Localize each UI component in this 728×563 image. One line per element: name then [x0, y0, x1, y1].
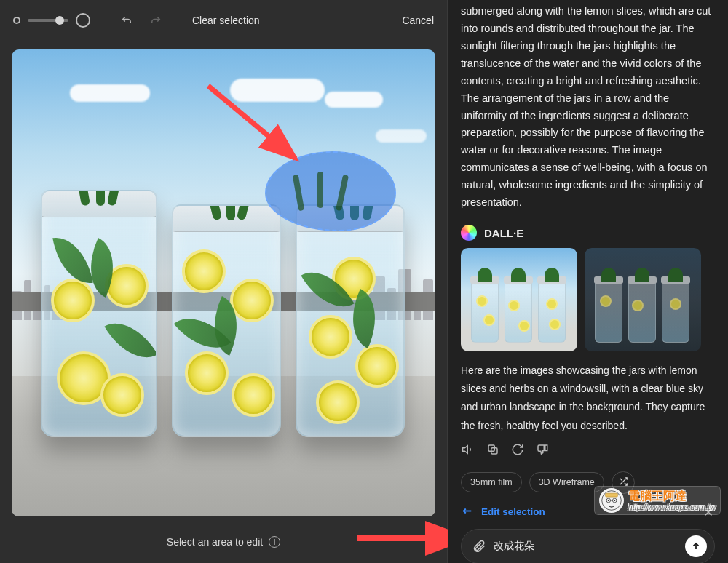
watermark: 電腦王阿達 http://www.kocpc.com.tw	[594, 486, 721, 515]
image-description-text: submerged along with the lemon slices, w…	[461, 0, 715, 212]
chip-3d-wireframe[interactable]: 3D Wireframe	[529, 472, 604, 492]
read-aloud-icon[interactable]	[461, 442, 475, 457]
jar-2	[172, 204, 281, 437]
chat-panel: submerged along with the lemon slices, w…	[448, 0, 728, 563]
edit-selection-label: Edit selection	[481, 506, 545, 517]
result-thumb-1[interactable]	[461, 248, 577, 351]
clear-selection-button[interactable]: Clear selection	[192, 15, 260, 26]
watermark-url: http://www.kocpc.com.tw	[628, 503, 716, 511]
assistant-name: DALL·E	[484, 227, 523, 239]
jar-1	[41, 190, 157, 437]
cancel-button[interactable]: Cancel	[402, 15, 434, 26]
svg-point-9	[614, 500, 615, 501]
result-thumb-2[interactable]	[585, 248, 701, 351]
undo-button[interactable]	[116, 10, 137, 31]
brush-size-slider[interactable]	[13, 13, 90, 28]
copy-icon[interactable]	[486, 442, 500, 457]
image-canvas-area	[0, 41, 447, 521]
svg-point-7	[607, 500, 609, 501]
canvas-hint-text: Select an area to edit	[167, 536, 263, 548]
watermark-title: 電腦王阿達	[628, 490, 716, 503]
svg-rect-5	[605, 493, 617, 497]
jar-3	[296, 204, 405, 437]
result-thumbnails	[461, 248, 715, 351]
message-actions	[461, 442, 715, 457]
assistant-message: DALL·E	[461, 225, 715, 457]
attach-icon[interactable]	[472, 539, 486, 554]
send-button[interactable]	[685, 535, 707, 557]
selection-mask[interactable]	[265, 151, 396, 231]
brush-max-icon	[76, 13, 90, 28]
edit-toolbar: Clear selection Cancel	[0, 0, 447, 41]
prompt-input[interactable]	[494, 540, 678, 552]
back-icon[interactable]	[461, 506, 474, 519]
brush-min-icon	[13, 17, 20, 24]
editable-image[interactable]	[12, 49, 435, 516]
canvas-hint: Select an area to edit i	[0, 521, 447, 563]
assistant-result-text: Here are the images showcasing the jars …	[461, 362, 715, 435]
redo-button[interactable]	[146, 10, 166, 31]
watermark-avatar-icon	[599, 488, 624, 513]
image-edit-panel: Clear selection Cancel	[0, 0, 448, 563]
regenerate-icon[interactable]	[510, 442, 525, 457]
prompt-input-row	[461, 529, 715, 563]
thumbs-down-icon[interactable]	[535, 442, 550, 457]
dalle-avatar-icon	[461, 225, 477, 241]
info-icon[interactable]: i	[269, 536, 280, 548]
brush-slider-track[interactable]	[28, 19, 68, 22]
chip-35mm[interactable]: 35mm film	[461, 472, 522, 492]
